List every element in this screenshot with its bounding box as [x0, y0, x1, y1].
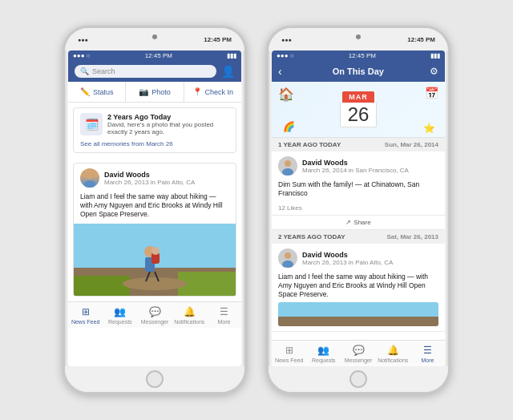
likes-1: 12 Likes: [272, 201, 445, 215]
phone-right: ●●● 12:45 PM ●●● ○ 12:45 PM ▮▮▮ ‹ On Thi…: [266, 26, 450, 394]
messenger-icon-left: 💬: [149, 306, 161, 317]
search-box-left[interactable]: 🔍 Search: [75, 65, 216, 78]
tab-messenger-label-left: Messenger: [141, 319, 169, 325]
photo-icon: 📷: [139, 87, 148, 96]
tab-newsfeed-label-right: News Feed: [275, 357, 303, 363]
photo-label: Photo: [151, 88, 171, 96]
search-placeholder-left: Search: [92, 67, 115, 75]
memory-link-left[interactable]: See all memories from March 26: [74, 140, 236, 152]
share-icon-1: ↗: [345, 219, 351, 226]
battery-left: ▮▮▮: [227, 52, 236, 59]
post-text-1: Dim Sum with the family! — at Chinatown,…: [272, 180, 445, 201]
section-header-1: 1 YEAR AGO TODAY Sun, Mar 26, 2014: [272, 138, 445, 151]
notifications-icon-right: 🔔: [387, 345, 399, 356]
section-label-1: 1 YEAR AGO TODAY: [278, 141, 341, 148]
tab-newsfeed-right[interactable]: ⊞ News Feed: [272, 341, 306, 366]
tab-more-right[interactable]: ☰ More: [410, 341, 445, 366]
svg-point-15: [285, 252, 291, 259]
newsfeed-icon-right: ⊞: [285, 345, 293, 356]
tab-newsfeed-left[interactable]: ⊞ News Feed: [68, 302, 103, 328]
post-author-left: David Woods March 26, 2013 in Palo Alto,…: [74, 164, 236, 192]
time-left: 12:45 PM: [204, 36, 232, 43]
tab-notifications-right[interactable]: 🔔 Notifications: [376, 341, 410, 366]
tab-messenger-label-right: Messenger: [345, 357, 373, 363]
tab-notifications-left[interactable]: 🔔 Notifications: [172, 302, 207, 328]
fb-status-bar-right: ●●● ○ 12:45 PM ▮▮▮: [272, 50, 445, 61]
otd-nav-bar: ‹ On This Day ⚙: [272, 61, 445, 82]
avatar-2: [278, 248, 297, 268]
avatar-left: [80, 168, 99, 188]
messenger-icon-right: 💬: [353, 345, 365, 356]
phone-bottom-left: [65, 366, 244, 392]
svg-point-16: [282, 260, 293, 268]
section-header-2: 2 YEARS AGO TODAY Sat, Mar 26, 2013: [272, 230, 445, 244]
svg-point-13: [285, 160, 291, 167]
sticker-house: 🏠: [278, 87, 294, 102]
sticker-rainbow: 🌈: [283, 121, 295, 132]
otd-hero: 🏠 📅 🌈 ⭐ MAR 26: [272, 82, 445, 138]
camera-dot-right: [356, 34, 361, 39]
otd-date-box: MAR 26: [340, 91, 377, 127]
status-time-left: 12:45 PM: [145, 52, 172, 59]
signal-right: ●●● ○: [277, 52, 294, 59]
post-date-2: March 26, 2013 in Palo Alto, CA: [302, 259, 438, 266]
post-name-left: David Woods: [104, 171, 229, 179]
status-time-right: 12:45 PM: [349, 52, 376, 59]
section-date-1: Sun, Mar 26, 2014: [385, 141, 438, 148]
battery-right: ▮▮▮: [430, 52, 440, 59]
post-name-1: David Woods: [302, 159, 438, 167]
otd-month: MAR: [342, 91, 374, 103]
post-author-info-1: David Woods March 26, 2014 in San Franci…: [302, 159, 438, 174]
signal-dots-right: ●●●: [281, 37, 292, 42]
tab-notifications-label-right: Notifications: [378, 357, 408, 363]
tab-more-label-right: More: [421, 357, 434, 363]
memory-title-left: 2 Years Ago Today: [107, 113, 229, 121]
photo-btn[interactable]: 📷 Photo: [126, 82, 184, 102]
post-image-left: [74, 224, 236, 296]
share-btn-1[interactable]: ↗ Share: [272, 219, 445, 226]
otd-day: 26: [340, 103, 377, 127]
tab-messenger-right[interactable]: 💬 Messenger: [341, 341, 375, 366]
memory-card-left: 🗓️ 2 Years Ago Today David, here's a pho…: [73, 107, 236, 153]
otd-title: On This Day: [287, 67, 430, 76]
svg-point-14: [282, 168, 293, 176]
home-button-right[interactable]: [349, 370, 367, 388]
checkin-icon: 📍: [192, 87, 202, 96]
status-btn[interactable]: ✏️ Status: [68, 82, 126, 102]
svg-point-6: [123, 277, 187, 290]
memory-header-left: 🗓️ 2 Years Ago Today David, here's a pho…: [74, 108, 236, 140]
home-button-left[interactable]: [146, 370, 164, 388]
back-button[interactable]: ‹: [278, 65, 282, 78]
search-icon-left: 🔍: [80, 67, 89, 75]
tab-more-left[interactable]: ☰ More: [207, 302, 241, 328]
action-bar-1: ↗ Share: [272, 215, 445, 229]
svg-point-10: [151, 247, 160, 255]
post-image-2: [278, 302, 438, 326]
checkin-btn[interactable]: 📍 Check In: [184, 82, 241, 102]
sticker-star: ⭐: [423, 123, 435, 134]
tab-requests-right[interactable]: 👥 Requests: [306, 341, 341, 366]
screen-left: ●●● ○ 12:45 PM ▮▮▮ 🔍 Search 👤 ✏️ Status: [68, 50, 241, 366]
signal-left: ●●● ○: [73, 52, 91, 59]
status-label: Status: [93, 88, 114, 96]
phone-left: ●●● 12:45 PM ●●● ○ 12:45 PM ▮▮▮ 🔍 Search…: [63, 26, 247, 394]
svg-rect-4: [74, 276, 130, 296]
section-date-2: Sat, Mar 26, 2013: [387, 233, 438, 240]
signal-dots-left: ●●●: [78, 37, 88, 42]
post-author-info-left: David Woods March 26, 2013 in Palo Alto,…: [104, 171, 229, 186]
fb-status-bar-left: ●●● ○ 12:45 PM ▮▮▮: [68, 50, 241, 61]
post-name-2: David Woods: [302, 251, 438, 259]
screen-right: ●●● ○ 12:45 PM ▮▮▮ ‹ On This Day ⚙ 🏠 📅 🌈…: [272, 50, 445, 366]
tab-requests-label-left: Requests: [108, 319, 132, 325]
avatar-1: [278, 156, 297, 176]
phone-bottom-right: [269, 366, 448, 392]
tab-requests-left[interactable]: 👥 Requests: [103, 302, 137, 328]
person-icon-left[interactable]: 👤: [221, 65, 235, 78]
sticker-calendar: 📅: [425, 87, 438, 99]
tab-messenger-left[interactable]: 💬 Messenger: [137, 302, 172, 328]
gear-icon[interactable]: ⚙: [430, 66, 438, 77]
post-text-left: Liam and I feel the same way about hikin…: [74, 192, 236, 224]
post-author-info-2: David Woods March 26, 2013 in Palo Alto,…: [302, 251, 438, 266]
svg-point-1: [84, 180, 95, 188]
status-icon: ✏️: [80, 87, 90, 96]
